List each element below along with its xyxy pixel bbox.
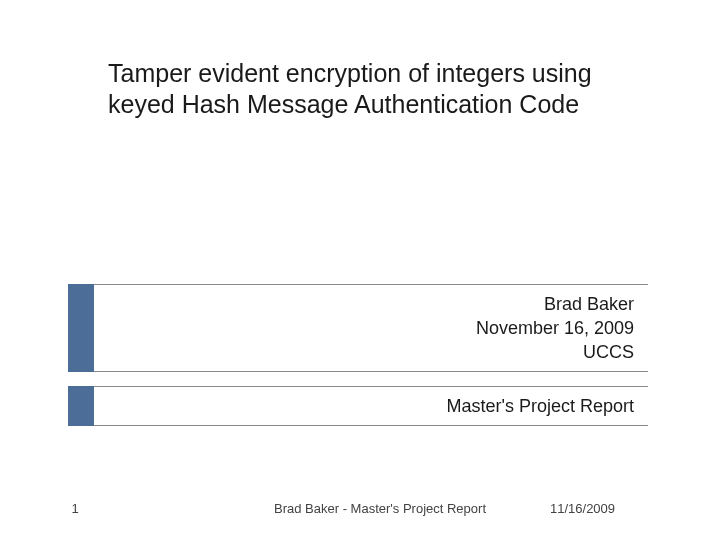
accent-bar bbox=[68, 284, 94, 372]
page-number: 1 bbox=[0, 501, 150, 516]
author-date: November 16, 2009 bbox=[476, 316, 634, 340]
footer-center-text: Brad Baker - Master's Project Report bbox=[150, 501, 550, 516]
subtitle-text: Master's Project Report bbox=[447, 394, 635, 418]
author-name: Brad Baker bbox=[544, 292, 634, 316]
author-block: Brad Baker November 16, 2009 UCCS bbox=[68, 284, 648, 372]
subtitle-content: Master's Project Report bbox=[94, 386, 648, 426]
subtitle-block: Master's Project Report bbox=[68, 386, 648, 426]
footer-date: 11/16/2009 bbox=[550, 501, 720, 516]
author-org: UCCS bbox=[583, 340, 634, 364]
slide-title: Tamper evident encryption of integers us… bbox=[108, 58, 650, 121]
slide-footer: 1 Brad Baker - Master's Project Report 1… bbox=[0, 501, 720, 516]
author-content: Brad Baker November 16, 2009 UCCS bbox=[94, 284, 648, 372]
accent-bar bbox=[68, 386, 94, 426]
